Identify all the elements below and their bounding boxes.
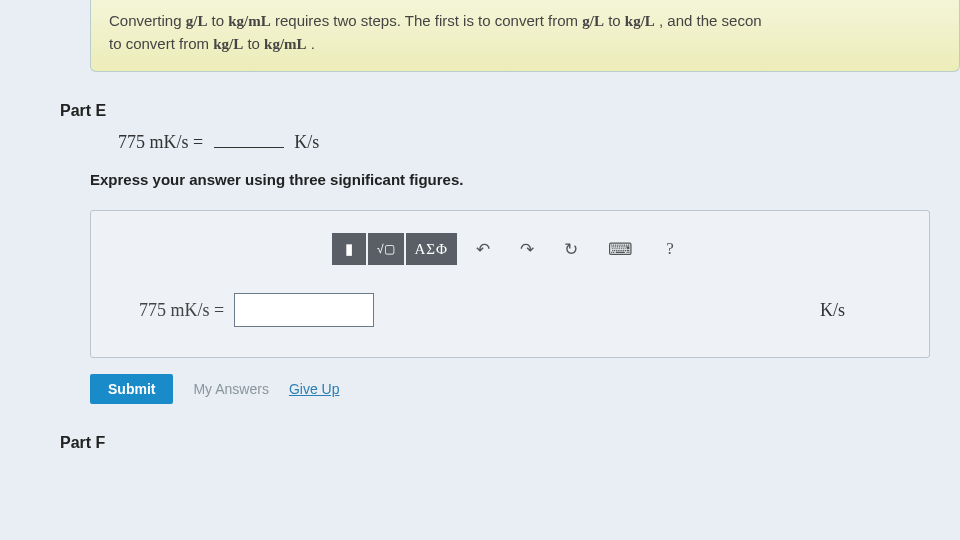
hint-unit: g/L <box>186 13 208 29</box>
keyboard-button[interactable]: ⌨ <box>597 233 644 265</box>
hint-text: to <box>608 12 625 29</box>
hint-unit: kg/mL <box>264 36 307 52</box>
instruction-text: Express your answer using three signific… <box>90 171 960 188</box>
question-equation: 775 mK/s = K/s <box>118 132 960 153</box>
hint-unit: kg/L <box>625 13 655 29</box>
part-f-label: Part F <box>60 434 960 452</box>
undo-button[interactable]: ↶ <box>465 233 501 265</box>
fraction-button[interactable]: √▢ <box>368 233 404 265</box>
hint-unit: kg/mL <box>228 13 271 29</box>
my-answers-link[interactable]: My Answers <box>193 381 268 397</box>
reset-button[interactable]: ↻ <box>553 233 589 265</box>
hint-text: to <box>247 35 264 52</box>
hint-text: requires two steps. The first is to conv… <box>275 12 582 29</box>
give-up-link[interactable]: Give Up <box>289 381 340 397</box>
action-buttons: Submit My Answers Give Up <box>90 374 960 404</box>
greek-button[interactable]: ΑΣΦ <box>406 233 458 265</box>
hint-unit: g/L <box>582 13 604 29</box>
hint-text: Converting <box>109 12 186 29</box>
hint-box: Converting g/L to kg/mL requires two ste… <box>90 0 960 72</box>
templates-button[interactable]: ▮ <box>332 233 366 265</box>
answer-box: ▮ √▢ ΑΣΦ ↶ ↷ ↻ ⌨ ? 775 mK/s = K/s <box>90 210 930 358</box>
hint-text: to <box>212 12 229 29</box>
answer-input[interactable] <box>234 293 374 327</box>
eq-right: K/s <box>294 132 319 152</box>
hint-text: . <box>311 35 315 52</box>
help-button[interactable]: ? <box>652 233 688 265</box>
blank-underline <box>214 147 284 148</box>
hint-text: to convert from <box>109 35 213 52</box>
part-e-label: Part E <box>60 102 960 120</box>
answer-right-label: K/s <box>820 300 845 321</box>
hint-unit: kg/L <box>213 36 243 52</box>
redo-button[interactable]: ↷ <box>509 233 545 265</box>
answer-row: 775 mK/s = K/s <box>139 293 905 327</box>
answer-left-label: 775 mK/s = <box>139 300 224 321</box>
equation-toolbar: ▮ √▢ ΑΣΦ ↶ ↷ ↻ ⌨ ? <box>115 233 905 265</box>
submit-button[interactable]: Submit <box>90 374 173 404</box>
eq-left: 775 mK/s = <box>118 132 203 152</box>
hint-text: , and the secon <box>659 12 762 29</box>
